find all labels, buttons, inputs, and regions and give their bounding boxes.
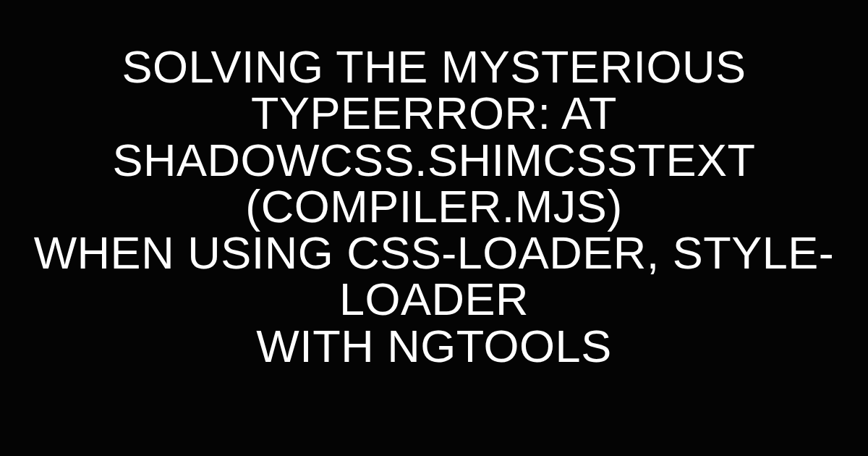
title-container: Solving the Mysterious TypeError: at Sha… xyxy=(0,43,868,369)
title-line-1: Solving the Mysterious TypeError: at xyxy=(122,41,746,138)
title-line-3: when using css-loader, style-loader xyxy=(34,227,835,324)
title-line-2: ShadowCss.shimCssText (compiler.mjs) xyxy=(112,135,755,232)
title-line-4: with ngtools xyxy=(256,321,611,371)
page-title: Solving the Mysterious TypeError: at Sha… xyxy=(29,43,839,369)
